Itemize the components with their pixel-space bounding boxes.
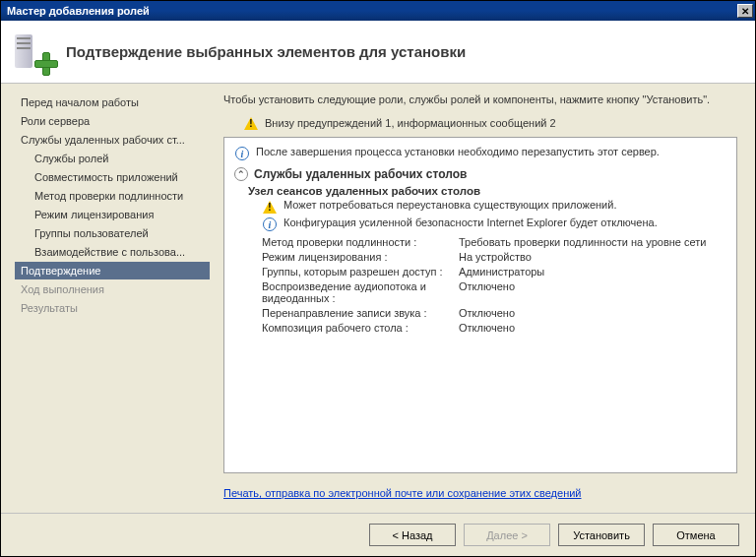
header: Подтверждение выбранных элементов для ус… [1,21,755,84]
messages-summary: Внизу предупреждений 1, информационных с… [243,115,737,131]
sidebar-item-user-groups[interactable]: Группы пользователей [15,224,210,242]
sidebar-item-progress: Ход выполнения [15,280,210,298]
collapse-icon: ⌃ [234,167,248,181]
settings-table: Метод проверки подлинности :Требовать пр… [262,236,726,334]
cancel-button[interactable]: Отмена [653,524,739,546]
back-button[interactable]: < Назад [369,524,456,546]
export-link-row: Печать, отправка по электронной почте ил… [223,487,737,499]
page-title: Подтверждение выбранных элементов для ус… [66,43,466,60]
sidebar-item-licensing[interactable]: Режим лицензирования [15,206,210,223]
sidebar-item-rds[interactable]: Службы удаленных рабочих ст... [15,131,210,149]
summary-text: Внизу предупреждений 1, информационных с… [265,117,556,129]
kv-row: Группы, которым разрешен доступ :Админис… [262,266,726,278]
window-title: Мастер добавления ролей [7,5,150,17]
info-icon: i [234,146,250,161]
kv-row: Композиция рабочего стола :Отключено [262,322,726,334]
sidebar-item-user-experience[interactable]: Взаимодействие с пользова... [15,243,210,261]
close-button[interactable]: ✕ [737,4,753,18]
warning-icon [243,115,259,131]
titlebar: Мастер добавления ролей ✕ [1,1,755,21]
wizard-window: Мастер добавления ролей ✕ Подтверждение … [0,0,756,557]
warning-line: Может потребоваться переустановка сущест… [262,199,726,215]
next-button: Далее > [464,524,550,546]
sidebar-item-results: Результаты [15,299,210,317]
main-panel: Чтобы установить следующие роли, службы … [210,84,755,513]
role-header[interactable]: ⌃ Службы удаленных рабочих столов [234,167,726,181]
sidebar: Перед началом работы Роли сервера Службы… [1,84,210,513]
install-button[interactable]: Установить [558,524,645,546]
warning-icon [262,199,278,215]
confirmation-details: i После завершения процесса установки не… [223,137,737,473]
sidebar-item-before-begin[interactable]: Перед началом работы [15,93,210,111]
print-email-save-link[interactable]: Печать, отправка по электронной почте ил… [223,487,582,499]
info-icon: i [262,217,278,232]
kv-row: Метод проверки подлинности :Требовать пр… [262,236,726,248]
sidebar-item-server-roles[interactable]: Роли сервера [15,112,210,130]
subrole-header: Узел сеансов удаленных рабочих столов [248,185,726,197]
server-add-role-icon [15,32,54,72]
sidebar-item-app-compat[interactable]: Совместимость приложений [15,168,210,186]
restart-info: i После завершения процесса установки не… [234,146,726,161]
sidebar-item-auth-method[interactable]: Метод проверки подлинности [15,187,210,205]
kv-row: Режим лицензирования :На устройство [262,251,726,263]
intro-text: Чтобы установить следующие роли, службы … [223,93,737,105]
sidebar-item-role-services[interactable]: Службы ролей [15,150,210,167]
kv-row: Перенаправление записи звука :Отключено [262,307,726,319]
sidebar-item-confirmation[interactable]: Подтверждение [15,262,210,279]
info-line: i Конфигурация усиленной безопасности In… [262,217,726,232]
button-row: < Назад Далее > Установить Отмена [1,513,755,556]
body: Перед началом работы Роли сервера Службы… [1,84,755,513]
kv-row: Воспроизведение аудиопотока и видеоданны… [262,280,726,304]
